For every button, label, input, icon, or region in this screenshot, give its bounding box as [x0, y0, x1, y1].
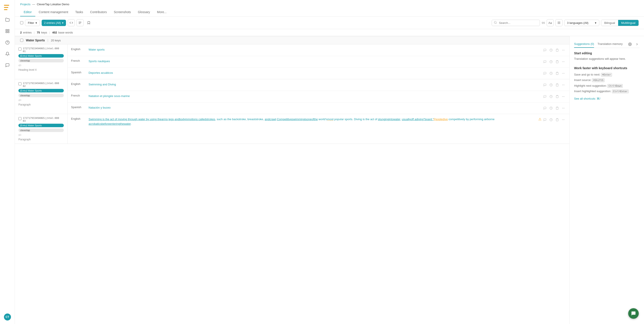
- svg-point-30: [564, 73, 564, 73]
- view-toggle-code[interactable]: [68, 19, 75, 26]
- language-dropdown[interactable]: 3 languages (All) ▾: [564, 20, 599, 26]
- copy-btn[interactable]: [554, 106, 560, 111]
- svg-point-21: [562, 50, 562, 50]
- entry-1-tag-clevertap[interactable]: clevertap: [18, 59, 64, 62]
- history-btn[interactable]: [548, 71, 554, 76]
- entry-2-tag-clevertap[interactable]: clevertap: [18, 94, 64, 97]
- tab-suggestions[interactable]: Suggestions (0): [574, 40, 594, 48]
- bell-icon[interactable]: [4, 50, 12, 58]
- svg-point-36: [562, 85, 562, 85]
- chat-icon[interactable]: [4, 61, 12, 69]
- history-btn[interactable]: [548, 47, 554, 53]
- select-all-checkbox[interactable]: [20, 21, 23, 24]
- comment-btn[interactable]: [542, 106, 548, 111]
- copy-btn[interactable]: [554, 117, 560, 122]
- entry-1-checkbox[interactable]: [18, 47, 22, 51]
- more-btn[interactable]: [561, 106, 566, 111]
- columns-button[interactable]: [556, 19, 562, 26]
- lang-chevron: ▾: [595, 21, 596, 24]
- entry-1-spanish-label: Spanish: [68, 68, 85, 77]
- app-logo[interactable]: [4, 3, 12, 11]
- more-btn[interactable]: [561, 59, 566, 64]
- entry-2-checkbox[interactable]: [18, 82, 22, 85]
- chat-fab[interactable]: [628, 308, 639, 319]
- editor-area: Water Sports | 20 keys 172717933494865||…: [15, 36, 570, 324]
- history-btn[interactable]: [548, 106, 554, 111]
- entry-2-english-text[interactable]: Swimming and Diving: [88, 82, 540, 87]
- tab-contributors[interactable]: Contributors: [86, 8, 110, 16]
- more-btn[interactable]: [561, 71, 566, 76]
- entry-1-tag-entry[interactable]: [Entry] Water Sports: [18, 54, 64, 58]
- entry-1-tag-icon: 🏷: [18, 64, 21, 67]
- tab-editor[interactable]: Editor: [20, 8, 35, 16]
- entry-2-french-content[interactable]: Natation et plongée sous-marine: [85, 91, 570, 102]
- entry-3-english-text[interactable]: Swimming is the act of moving through wa…: [88, 117, 536, 126]
- settings-btn[interactable]: [627, 42, 632, 47]
- history-btn[interactable]: [548, 82, 554, 88]
- breadcrumb-projects[interactable]: Projects: [20, 3, 30, 6]
- copy-btn[interactable]: [554, 59, 560, 64]
- search-input[interactable]: [492, 20, 540, 26]
- entry-3-id: 172717933494865||html:00003: [23, 117, 59, 122]
- bilingual-toggle[interactable]: Bilingual: [601, 20, 618, 26]
- history-btn[interactable]: [548, 59, 554, 64]
- entry-2-tag-entry[interactable]: [Entry] Water Sports: [18, 89, 64, 92]
- start-editing-title: Start editing: [574, 51, 640, 55]
- svg-rect-23: [557, 60, 558, 61]
- tab-glossary[interactable]: Glossary: [134, 8, 154, 16]
- svg-point-41: [562, 96, 562, 97]
- view-toggle-text[interactable]: [76, 19, 84, 26]
- more-btn[interactable]: [561, 94, 566, 99]
- tab-screenshots[interactable]: Screenshots: [110, 8, 134, 16]
- bookmark-button[interactable]: [85, 19, 92, 26]
- entry-3-checkbox[interactable]: [18, 117, 22, 120]
- entry-2-spanish-content[interactable]: Natación y buceo: [85, 102, 570, 114]
- entry-3-english-content[interactable]: Swimming is the act of moving through wa…: [85, 114, 570, 129]
- more-btn[interactable]: [561, 47, 566, 53]
- entry-2-context: Paragraph: [18, 103, 64, 106]
- entry-2-french-text[interactable]: Natation et plongée sous-marine: [88, 94, 540, 98]
- svg-rect-48: [557, 118, 558, 119]
- comment-btn[interactable]: [542, 47, 548, 53]
- entry-1-french-text[interactable]: Sports nautiques: [88, 59, 540, 63]
- avatar[interactable]: CT: [4, 314, 11, 321]
- comment-btn[interactable]: [542, 59, 548, 64]
- copy-btn[interactable]: [554, 47, 560, 53]
- svg-rect-1: [4, 7, 8, 8]
- multilingual-toggle[interactable]: Multilingual: [618, 20, 638, 26]
- more-btn[interactable]: [561, 117, 566, 122]
- select-all-checkbox-wrapper: [20, 21, 23, 24]
- entry-1-english-text[interactable]: Water sports: [88, 47, 540, 52]
- case-sensitive-button[interactable]: Aa: [547, 19, 554, 26]
- entries-dropdown[interactable]: 2 entries (All) ▾: [42, 20, 66, 26]
- copy-btn[interactable]: [554, 82, 560, 88]
- tab-translation-memory[interactable]: Translation memory: [598, 40, 622, 48]
- copy-btn[interactable]: [554, 71, 560, 76]
- all-shortcuts-link[interactable]: See all shortcuts: ⌘/: [574, 97, 600, 100]
- tab-more[interactable]: More...: [154, 8, 170, 16]
- entry-1-french-content[interactable]: Sports nautiques: [85, 56, 570, 67]
- entry-1-spanish-content[interactable]: Deportes acuáticos: [85, 68, 570, 79]
- question-icon[interactable]: [4, 38, 12, 46]
- expand-btn[interactable]: [634, 42, 640, 47]
- entry-2-english-content[interactable]: Swimming and Diving: [85, 79, 570, 91]
- history-btn[interactable]: [548, 117, 554, 122]
- copy-btn[interactable]: [554, 94, 560, 99]
- entry-1-spanish-text[interactable]: Deportes acuáticos: [88, 71, 540, 75]
- group-checkbox[interactable]: [20, 39, 23, 42]
- entry-3-tag-entry[interactable]: [Entry] Water Sports: [18, 124, 64, 127]
- entry-2-spanish-text[interactable]: Natación y buceo: [88, 106, 540, 110]
- more-btn[interactable]: [561, 82, 566, 88]
- tab-content-management[interactable]: Content management: [35, 8, 72, 16]
- comment-btn[interactable]: [542, 94, 548, 99]
- comment-btn[interactable]: [542, 117, 548, 122]
- comment-btn[interactable]: [542, 82, 548, 88]
- entry-1-english-content[interactable]: Water sports: [85, 44, 570, 56]
- tab-tasks[interactable]: Tasks: [72, 8, 86, 16]
- entry-3-tag-clevertap[interactable]: clevertap: [18, 129, 64, 132]
- folder-icon[interactable]: [4, 16, 12, 24]
- comment-btn[interactable]: [542, 71, 548, 76]
- layout-icon[interactable]: [4, 27, 12, 35]
- history-btn[interactable]: [548, 94, 554, 99]
- filter-button[interactable]: Filter ▾: [25, 20, 40, 26]
